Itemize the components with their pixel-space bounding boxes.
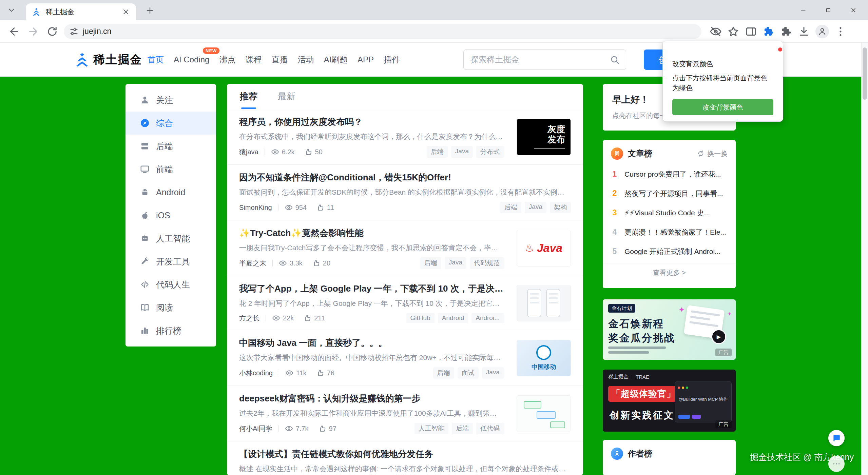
article-card[interactable]: 我写了个App，上架 Google Play 一年，下载不到 10 次，于是决定… bbox=[227, 276, 583, 330]
rank-item[interactable]: 5 Google 开始正式强制 Androi... bbox=[603, 242, 736, 261]
article-tag[interactable]: Java bbox=[445, 257, 466, 269]
sidebar-item-backend[interactable]: 后端 bbox=[126, 135, 216, 158]
sidebar-item-devtools[interactable]: 开发工具 bbox=[126, 250, 216, 273]
article-tag[interactable]: 面试 bbox=[458, 367, 479, 379]
article-title[interactable]: ✨Try-Catch✨竟然会影响性能 bbox=[239, 227, 504, 239]
tab-search-chevron-icon[interactable] bbox=[7, 5, 16, 15]
scrollbar-thumb[interactable] bbox=[863, 47, 867, 100]
rank-item[interactable]: 2 熬夜写了个开源项目，同事看... bbox=[603, 184, 736, 203]
article-tag[interactable]: GitHub bbox=[406, 313, 435, 323]
article-tag[interactable]: 分布式 bbox=[476, 146, 504, 158]
ad-banner-trae[interactable]: 稀土掘金TRAE 「超级体验官」 创新实践征文 @Builder With MC… bbox=[603, 370, 736, 432]
article-title[interactable]: 中国移动 Java 一面，直接秒了。。。 bbox=[239, 337, 504, 349]
nav-item-home[interactable]: 首页 bbox=[147, 52, 165, 67]
article-thumbnail[interactable]: 中国移动 bbox=[517, 340, 571, 376]
search-input[interactable] bbox=[464, 55, 607, 64]
article-tag[interactable]: 代码规范 bbox=[470, 257, 504, 269]
site-search[interactable] bbox=[463, 50, 626, 70]
downloads-icon[interactable] bbox=[798, 25, 810, 38]
rank-item[interactable]: 3 ⚡⚡Visual Studio Code 史... bbox=[603, 203, 736, 222]
search-icon[interactable] bbox=[610, 55, 620, 65]
article-author[interactable]: 方之长 bbox=[239, 314, 259, 323]
nav-item-course[interactable]: 课程 bbox=[245, 52, 262, 67]
article-tag[interactable]: Java bbox=[525, 202, 546, 213]
sidebar-item-reading[interactable]: 阅读 bbox=[126, 296, 216, 319]
juejin-logo[interactable]: 稀土掘金 bbox=[74, 52, 142, 67]
article-thumbnail[interactable]: 灰度发布 bbox=[517, 119, 571, 155]
extensions-puzzle-icon[interactable] bbox=[780, 25, 792, 38]
side-panel-icon[interactable] bbox=[745, 25, 757, 38]
article-thumbnail[interactable] bbox=[517, 395, 571, 432]
browser-tab[interactable]: 稀土掘金 bbox=[26, 3, 136, 20]
article-tag[interactable]: Android bbox=[438, 313, 468, 323]
article-tag[interactable]: Java bbox=[482, 367, 504, 379]
article-likes[interactable]: 76 bbox=[316, 369, 334, 377]
article-author[interactable]: 何小Ai同学 bbox=[239, 424, 272, 433]
article-tag[interactable]: 后端 bbox=[427, 146, 448, 158]
article-tag[interactable]: 后端 bbox=[420, 257, 441, 269]
article-author[interactable]: 小林coding bbox=[239, 369, 273, 378]
article-tag[interactable]: 后端 bbox=[452, 423, 473, 434]
article-likes[interactable]: 97 bbox=[318, 424, 336, 433]
nav-item-live[interactable]: 直播 bbox=[271, 52, 288, 67]
article-card[interactable]: deepseek财富密码：认知升级是赚钱的第一步 过去2年，我在开发和实际工作和… bbox=[227, 386, 583, 441]
rank-item[interactable]: 4 更崩溃！！感觉被偷家了！Ele... bbox=[603, 222, 736, 242]
sidebar-item-ios[interactable]: iOS bbox=[126, 204, 216, 227]
sidebar-item-ai[interactable]: 人工智能 bbox=[126, 227, 216, 250]
article-likes[interactable]: 211 bbox=[303, 314, 325, 322]
article-thumbnail[interactable] bbox=[517, 285, 571, 321]
article-tag[interactable]: 后端 bbox=[433, 367, 454, 379]
article-tag[interactable]: 低代码 bbox=[476, 423, 504, 434]
tab-close-icon[interactable] bbox=[122, 8, 130, 16]
browser-menu-icon[interactable] bbox=[834, 25, 847, 38]
new-tab-button[interactable] bbox=[145, 6, 155, 15]
article-tag[interactable]: Androi... bbox=[471, 313, 504, 323]
sidebar-item-ranking[interactable]: 排行榜 bbox=[126, 319, 216, 342]
feed-tab-latest[interactable]: 最新 bbox=[278, 84, 295, 109]
nav-item-ai-coding[interactable]: AI Coding NEW bbox=[173, 53, 210, 66]
nav-item-plugin[interactable]: 插件 bbox=[383, 52, 401, 67]
eye-off-icon[interactable] bbox=[710, 25, 722, 38]
article-title[interactable]: 我写了个App，上架 Google Play 一年，下载不到 10 次，于是决定… bbox=[239, 283, 504, 295]
article-author[interactable]: SimonKing bbox=[239, 204, 272, 212]
back-button[interactable] bbox=[8, 25, 20, 38]
active-extension-puzzle-icon[interactable] bbox=[763, 25, 775, 38]
article-tag[interactable]: Java bbox=[451, 146, 473, 158]
article-card[interactable]: 因为不知道条件注解@Conditional，错失15K的Offer! 面试被问到… bbox=[227, 165, 583, 220]
feed-tab-recommended[interactable]: 推荐 bbox=[240, 84, 257, 109]
forward-button[interactable] bbox=[27, 25, 39, 38]
nav-item-ai-quiz[interactable]: AI刷题 bbox=[323, 52, 348, 67]
nav-item-pins[interactable]: 沸点 bbox=[218, 52, 236, 67]
rank-refresh-button[interactable]: 换一换 bbox=[697, 149, 728, 158]
article-likes[interactable]: 11 bbox=[316, 203, 334, 212]
article-card[interactable]: 程序员，你使用过灰度发布吗？ 在分布式系统中，我们经常听到灰度发布这个词，那么，… bbox=[227, 109, 583, 165]
ad-banner-goldstone[interactable]: 金石计划 金石焕新程 奖金瓜分挑战 ▶ ✦ ✦ 广告 bbox=[603, 299, 736, 360]
minimize-button[interactable] bbox=[791, 0, 816, 20]
scrollbar[interactable] bbox=[861, 43, 868, 475]
article-title[interactable]: 【设计模式】责任链模式教你如何优雅地分发任务 bbox=[239, 448, 571, 460]
reload-button[interactable] bbox=[46, 25, 58, 38]
article-likes[interactable]: 20 bbox=[312, 259, 330, 267]
article-likes[interactable]: 50 bbox=[304, 148, 323, 156]
sidebar-item-follow[interactable]: 关注 bbox=[126, 88, 216, 112]
article-card[interactable]: ✨Try-Catch✨竟然会影响性能 一朋友问我Try-Catch写多了会不会让… bbox=[227, 220, 583, 276]
address-bar[interactable]: juejin.cn bbox=[64, 24, 701, 39]
article-card[interactable]: 中国移动 Java 一面，直接秒了。。。 这次带大家看看中国移动的面经。中国移动… bbox=[227, 330, 583, 386]
sidebar-item-code-life[interactable]: 代码人生 bbox=[126, 273, 216, 296]
article-author[interactable]: 猿java bbox=[239, 147, 258, 157]
article-author[interactable]: 半夏之末 bbox=[239, 259, 266, 268]
article-tag[interactable]: 架构 bbox=[550, 202, 571, 213]
nav-item-events[interactable]: 活动 bbox=[297, 52, 314, 67]
article-thumbnail[interactable]: ♨Java bbox=[517, 230, 571, 266]
article-tag[interactable]: 后端 bbox=[500, 202, 521, 213]
profile-avatar-icon[interactable] bbox=[815, 25, 829, 38]
rank-more-link[interactable]: 查看更多 > bbox=[603, 263, 736, 282]
rank-item[interactable]: 1 Cursor pro免费用了，谁还花... bbox=[603, 164, 736, 184]
sidebar-item-frontend[interactable]: 前端 bbox=[126, 158, 216, 181]
bookmark-star-icon[interactable] bbox=[727, 25, 739, 38]
article-title[interactable]: 程序员，你使用过灰度发布吗？ bbox=[239, 116, 504, 128]
site-settings-icon[interactable] bbox=[69, 27, 79, 36]
change-background-color-button[interactable]: 改变背景颜色 bbox=[672, 99, 773, 115]
article-title[interactable]: 因为不知道条件注解@Conditional，错失15K的Offer! bbox=[239, 172, 571, 183]
article-card[interactable]: 【设计模式】责任链模式教你如何优雅地分发任务 概述 在现实生活中，常常会遇到这样… bbox=[227, 441, 583, 475]
